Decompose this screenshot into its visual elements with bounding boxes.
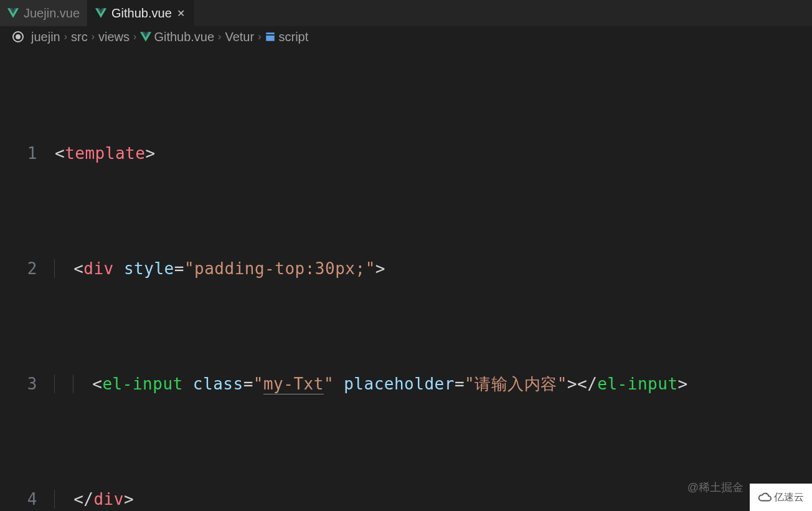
line-number: 1 [0,142,55,165]
crumb[interactable]: Github.vue [154,30,214,44]
tab-label: Github.vue [111,6,172,21]
line-number: 2 [0,257,55,280]
vue-icon [7,7,19,19]
chevron-right-icon: › [92,31,95,42]
editor[interactable]: 1 <template> 2 <div style="padding-top:3… [0,47,812,511]
crumb[interactable]: src [71,30,88,44]
chevron-right-icon: › [258,31,261,42]
close-icon[interactable]: ✕ [177,9,186,17]
tab-juejin[interactable]: Juejin.vue [0,0,88,26]
line-number: 3 [0,373,55,396]
script-block-icon [265,31,276,42]
crumb[interactable]: Vetur [225,30,254,44]
tab-github[interactable]: Github.vue ✕ [88,0,194,26]
watermark-yisu: 亿速云 [750,484,812,511]
chevron-right-icon: › [218,31,221,42]
code-line[interactable]: 1 <template> [0,142,812,165]
cloud-icon [758,490,772,504]
unsaved-dot-icon [12,31,24,42]
chevron-right-icon: › [133,31,136,42]
watermark-juejin: @稀土掘金 [687,480,744,495]
tab-label: Juejin.vue [24,6,80,21]
vue-icon [95,7,106,19]
breadcrumb[interactable]: juejin › src › views › Github.vue › Vetu… [0,26,812,47]
code-line[interactable]: 2 <div style="padding-top:30px;"> [0,257,812,280]
vue-icon [140,31,151,42]
chevron-right-icon: › [64,31,67,42]
tab-bar: Juejin.vue Github.vue ✕ [0,0,812,26]
crumb[interactable]: juejin [31,30,60,44]
crumb[interactable]: views [98,30,130,44]
crumb[interactable]: script [278,30,308,44]
line-number: 4 [0,488,55,511]
code-line[interactable]: 3 <el-input class="my-Txt" placeholder="… [0,373,812,396]
